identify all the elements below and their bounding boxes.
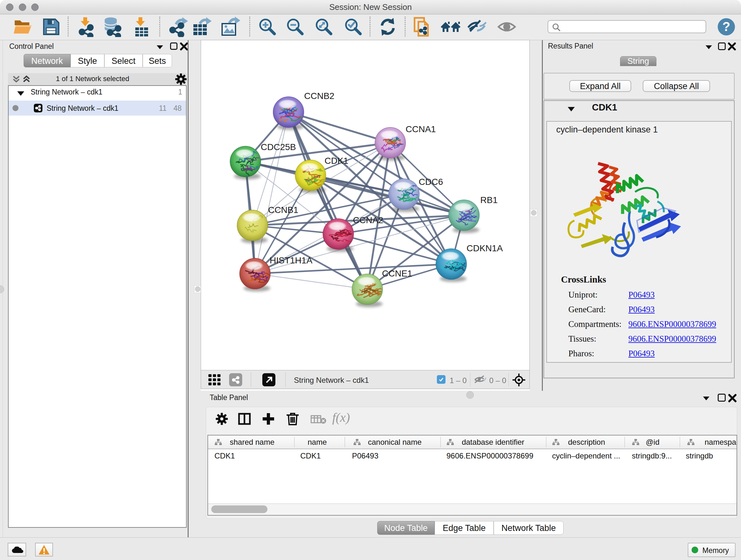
svg-text:CCNA1: CCNA1 bbox=[406, 124, 436, 134]
svg-text:HIST1H1A: HIST1H1A bbox=[270, 255, 313, 265]
svg-text:CCNA2: CCNA2 bbox=[353, 215, 383, 225]
svg-text:CCNB2: CCNB2 bbox=[304, 91, 334, 101]
svg-text:CDKN1A: CDKN1A bbox=[467, 243, 503, 253]
svg-text:CDK1: CDK1 bbox=[325, 156, 348, 166]
svg-text:CCNE1: CCNE1 bbox=[382, 268, 412, 278]
svg-text:CCNB1: CCNB1 bbox=[268, 205, 298, 215]
svg-text:CDC25B: CDC25B bbox=[261, 142, 296, 152]
svg-text:CDC6: CDC6 bbox=[419, 177, 443, 187]
svg-text:RB1: RB1 bbox=[480, 195, 497, 205]
svg-text:?: ? bbox=[723, 19, 730, 34]
